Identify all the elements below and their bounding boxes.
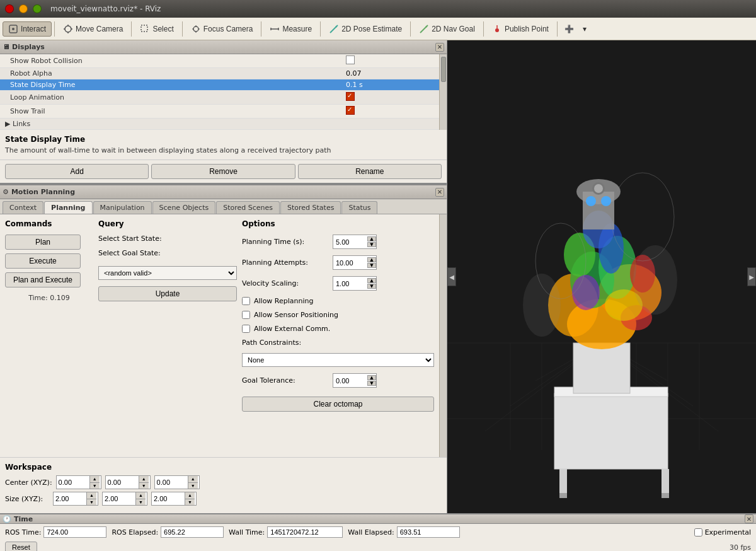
reset-button[interactable]: Reset bbox=[5, 542, 37, 551]
display-row-trail[interactable]: Show Trail bbox=[0, 105, 439, 119]
tab-scene-objects[interactable]: Scene Objects bbox=[152, 201, 216, 214]
tab-context[interactable]: Context bbox=[3, 201, 43, 214]
display-row-loop[interactable]: Loop Animation bbox=[0, 91, 439, 105]
ros-elapsed-input[interactable]: 695.22 bbox=[161, 526, 224, 538]
wall-elapsed-input[interactable]: 693.51 bbox=[397, 526, 460, 538]
publish-point-button[interactable]: Publish Point bbox=[486, 21, 554, 37]
planning-time-input[interactable]: 5.00 bbox=[336, 238, 367, 246]
tab-planning[interactable]: Planning bbox=[44, 201, 92, 214]
wall-time-input[interactable]: 1451720472.12 bbox=[267, 526, 343, 538]
checkbox-trail[interactable] bbox=[346, 106, 355, 115]
center-y-input[interactable]: 0.00 bbox=[106, 478, 139, 486]
tab-status[interactable]: Status bbox=[341, 201, 377, 214]
cy-up[interactable]: ▲ bbox=[139, 476, 149, 483]
time-close-btn[interactable]: ✕ bbox=[745, 514, 753, 523]
viewport-right-arrow[interactable]: ▶ bbox=[747, 267, 756, 286]
allow-replanning-label: Allow Replanning bbox=[254, 297, 314, 305]
size-x-input[interactable]: 2.00 bbox=[54, 495, 86, 502]
goal-tolerance-spinbox[interactable]: 0.00 ▲ ▼ bbox=[333, 373, 377, 388]
cx-up[interactable]: ▲ bbox=[90, 476, 100, 483]
rename-display-button[interactable]: Rename bbox=[298, 164, 442, 179]
clear-octomap-button[interactable]: Clear octomap bbox=[242, 397, 434, 412]
experimental-checkbox[interactable] bbox=[694, 528, 702, 536]
tab-stored-states[interactable]: Stored States bbox=[280, 201, 341, 214]
sy-down[interactable]: ▼ bbox=[136, 499, 146, 506]
svg-point-56 bbox=[572, 275, 600, 310]
allow-external-checkbox[interactable] bbox=[242, 325, 250, 333]
path-constraints-combo[interactable]: None bbox=[242, 353, 434, 367]
display-row-state-time[interactable]: State Display Time 0.1 s bbox=[0, 79, 439, 91]
more-toolbar-button[interactable]: ▾ bbox=[580, 22, 590, 36]
execute-button[interactable]: Execute bbox=[5, 253, 81, 269]
move-camera-button[interactable]: Move Camera bbox=[57, 21, 129, 37]
sz-down[interactable]: ▼ bbox=[185, 499, 195, 506]
mp-close-btn[interactable]: ✕ bbox=[435, 188, 444, 197]
nav-goal-button[interactable]: 2D Nav Goal bbox=[413, 21, 481, 37]
allow-sensor-checkbox[interactable] bbox=[242, 311, 250, 319]
maximize-btn[interactable] bbox=[33, 4, 42, 13]
mp-title: Motion Planning bbox=[11, 188, 75, 196]
planning-attempts-input[interactable]: 10.00 bbox=[336, 259, 367, 267]
size-z-spinbox[interactable]: 2.00 ▲ ▼ bbox=[151, 492, 197, 506]
update-button[interactable]: Update bbox=[98, 286, 237, 301]
add-toolbar-button[interactable]: ➕ bbox=[560, 22, 578, 36]
size-x-spinbox[interactable]: 2.00 ▲ ▼ bbox=[53, 492, 98, 506]
ros-time-input[interactable]: 724.00 bbox=[43, 526, 106, 538]
checkbox-loop[interactable] bbox=[346, 92, 355, 101]
size-y-input[interactable]: 2.00 bbox=[103, 495, 135, 502]
measure-button[interactable]: Measure bbox=[264, 21, 318, 37]
center-x-spinbox[interactable]: 0.00 ▲ ▼ bbox=[56, 475, 101, 489]
planning-attempts-spinbox[interactable]: 10.00 ▲ ▼ bbox=[333, 255, 377, 270]
tab-stored-scenes[interactable]: Stored Scenes bbox=[216, 201, 280, 214]
scroll-thumb[interactable] bbox=[441, 57, 446, 82]
sx-up[interactable]: ▲ bbox=[87, 492, 96, 499]
display-row-collision[interactable]: Show Robot Collision bbox=[0, 54, 439, 68]
allow-replanning-checkbox[interactable] bbox=[242, 297, 250, 305]
checkbox-collision[interactable] bbox=[346, 55, 355, 64]
minimize-btn[interactable] bbox=[19, 4, 28, 13]
viewport-canvas[interactable] bbox=[447, 40, 756, 513]
display-row-alpha[interactable]: Robot Alpha 0.07 bbox=[0, 68, 439, 79]
select-button[interactable]: Select bbox=[134, 21, 179, 37]
cz-down[interactable]: ▼ bbox=[188, 483, 198, 489]
goal-state-combo[interactable]: <random valid> bbox=[98, 266, 237, 280]
displays-scrollbar[interactable] bbox=[439, 54, 447, 130]
sx-down[interactable]: ▼ bbox=[87, 499, 96, 506]
center-z-input[interactable]: 0.00 bbox=[155, 478, 188, 486]
close-btn[interactable] bbox=[5, 4, 14, 13]
displays-close-btn[interactable]: ✕ bbox=[435, 43, 444, 52]
velocity-up[interactable]: ▲ bbox=[367, 278, 376, 283]
size-y-spinbox[interactable]: 2.00 ▲ ▼ bbox=[102, 492, 147, 506]
spinbox-up[interactable]: ▲ bbox=[367, 236, 376, 241]
goal-tol-down[interactable]: ▼ bbox=[367, 381, 376, 386]
interact-button[interactable]: Interact bbox=[3, 21, 52, 37]
cy-down[interactable]: ▼ bbox=[139, 483, 149, 489]
velocity-down[interactable]: ▼ bbox=[367, 284, 376, 289]
add-display-button[interactable]: Add bbox=[5, 164, 149, 179]
display-row-links[interactable]: ▶ Links bbox=[0, 119, 439, 130]
velocity-scaling-input[interactable]: 1.00 bbox=[336, 280, 367, 287]
center-y-spinbox[interactable]: 0.00 ▲ ▼ bbox=[105, 475, 151, 489]
center-x-input[interactable]: 0.00 bbox=[57, 478, 89, 486]
viewport-left-arrow[interactable]: ◀ bbox=[447, 267, 456, 286]
mp-scrollbar[interactable] bbox=[439, 214, 447, 457]
center-z-spinbox[interactable]: 0.00 ▲ ▼ bbox=[154, 475, 200, 489]
plan-execute-button[interactable]: Plan and Execute bbox=[5, 272, 81, 287]
size-z-input[interactable]: 2.00 bbox=[152, 495, 185, 502]
sz-up[interactable]: ▲ bbox=[185, 492, 195, 499]
attempts-down[interactable]: ▼ bbox=[367, 263, 376, 268]
cz-up[interactable]: ▲ bbox=[188, 476, 198, 483]
pose-estimate-button[interactable]: 2D Pose Estimate bbox=[323, 21, 408, 37]
planning-time-spinbox[interactable]: 5.00 ▲ ▼ bbox=[333, 235, 377, 249]
plan-button[interactable]: Plan bbox=[5, 235, 81, 250]
remove-display-button[interactable]: Remove bbox=[151, 164, 295, 179]
goal-tolerance-input[interactable]: 0.00 bbox=[336, 377, 367, 385]
cx-down[interactable]: ▼ bbox=[90, 483, 100, 489]
attempts-up[interactable]: ▲ bbox=[367, 257, 376, 262]
velocity-scaling-spinbox[interactable]: 1.00 ▲ ▼ bbox=[333, 276, 377, 291]
tab-manipulation[interactable]: Manipulation bbox=[93, 201, 152, 214]
spinbox-down[interactable]: ▼ bbox=[367, 242, 376, 247]
sy-up[interactable]: ▲ bbox=[136, 492, 146, 499]
goal-tol-up[interactable]: ▲ bbox=[367, 375, 376, 380]
focus-camera-button[interactable]: Focus Camera bbox=[185, 21, 259, 37]
